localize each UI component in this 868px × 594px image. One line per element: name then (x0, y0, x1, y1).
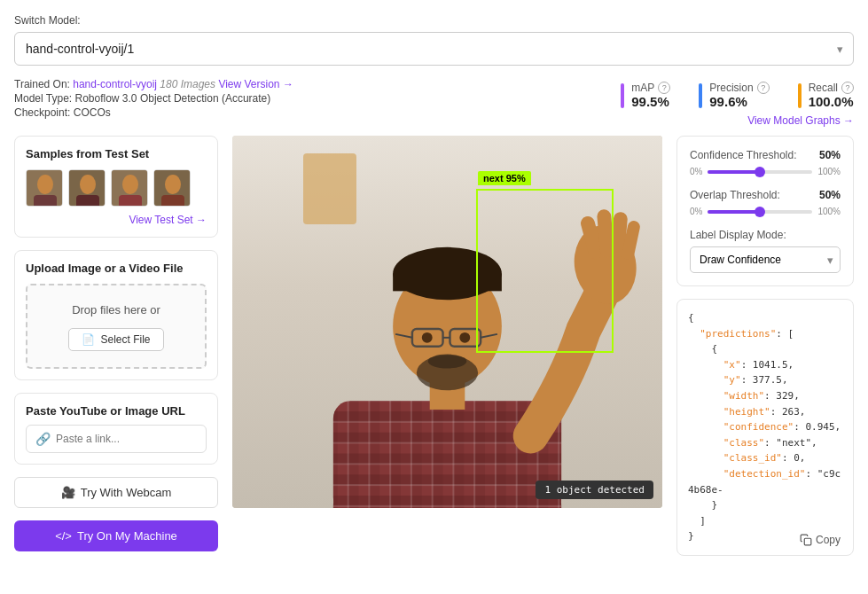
samples-card: Samples from Test Set View Test Se (14, 136, 218, 238)
json-output-card: { "predictions": [ { "x": 1041.5, "y": 3… (676, 299, 854, 556)
json-content: { "predictions": [ { "x": 1041.5, "y": 3… (688, 310, 842, 544)
image-placeholder: next 95% 1 object detected (232, 136, 662, 508)
model-select[interactable]: hand-control-vyoij/1 (14, 32, 854, 66)
model-type-value: Roboflow 3.0 Object Detection (Accurate) (75, 92, 271, 105)
test-samples-row (26, 169, 207, 207)
upload-title: Upload Image or a Video File (26, 262, 207, 275)
trained-on-label: Trained On: (14, 78, 70, 90)
right-panel: Confidence Threshold: 50% 0% 100% (676, 136, 854, 556)
map-label: mAP (631, 82, 654, 94)
machine-label: Try On My Machine (77, 529, 177, 543)
paste-url-card: Paste YouTube or Image URL 🔗 (14, 393, 218, 465)
samples-title: Samples from Test Set (26, 147, 207, 160)
overlap-min: 0% (690, 207, 702, 216)
paste-input-wrapper: 🔗 (26, 425, 207, 453)
checkpoint-label: Checkpoint: (14, 106, 70, 119)
paste-input[interactable] (56, 433, 197, 445)
confidence-min: 0% (690, 167, 702, 176)
view-version-link2[interactable]: View Version → (218, 78, 293, 90)
webcam-icon: 🎥 (61, 486, 75, 499)
machine-button[interactable]: </> Try On My Machine (14, 520, 218, 551)
precision-value: 99.6% (709, 94, 769, 109)
controls-card: Confidence Threshold: 50% 0% 100% (676, 136, 854, 286)
svg-rect-11 (161, 195, 184, 207)
precision-help-icon[interactable]: ? (757, 82, 770, 94)
recall-metric: Recall ? 100.0% (798, 82, 854, 109)
overlap-slider-row: 0% 100% (690, 207, 841, 216)
confidence-label: Confidence Threshold: (690, 149, 797, 161)
model-select-wrapper: hand-control-vyoij/1 ▾ (14, 32, 854, 66)
recall-bar (798, 83, 802, 108)
overlap-max: 100% (817, 207, 841, 216)
code-icon: </> (55, 529, 72, 543)
map-value: 99.5% (631, 94, 670, 109)
label-mode-select[interactable]: Draw Confidence Draw Label Draw None (690, 246, 841, 273)
file-icon: 📄 (82, 333, 95, 346)
overlap-control: Overlap Threshold: 50% 0% 100% (690, 189, 841, 216)
copy-icon (800, 534, 812, 546)
view-graphs-link[interactable]: View Model Graphs → (747, 114, 854, 127)
confidence-label-row: Confidence Threshold: 50% (690, 149, 841, 161)
svg-rect-2 (34, 195, 57, 207)
sample-image-1[interactable] (26, 169, 63, 207)
confidence-slider-row: 0% 100% (690, 167, 841, 176)
precision-metric: Precision ? 99.6% (699, 82, 769, 109)
svg-point-24 (428, 355, 467, 369)
svg-point-30 (422, 332, 433, 343)
view-test-link[interactable]: View Test Set → (26, 214, 207, 226)
label-mode-select-wrapper: Draw Confidence Draw Label Draw None (690, 246, 841, 273)
svg-rect-37 (804, 538, 811, 545)
center-panel: next 95% 1 object detected (232, 136, 662, 556)
main-layout: Samples from Test Set View Test Se (14, 136, 854, 556)
images-count: 180 Images (160, 78, 215, 90)
precision-bar (699, 83, 702, 108)
recall-help-icon[interactable]: ? (841, 82, 854, 94)
precision-label: Precision (709, 82, 753, 94)
webcam-button[interactable]: 🎥 Try With Webcam (14, 477, 218, 508)
svg-point-1 (37, 175, 53, 194)
overlap-label-row: Overlap Threshold: 50% (690, 189, 841, 201)
svg-rect-8 (119, 195, 142, 207)
svg-rect-5 (76, 195, 99, 207)
drop-text: Drop files here or (38, 301, 194, 319)
image-display: next 95% 1 object detected (232, 136, 662, 508)
detection-box: next 95% (476, 189, 614, 353)
detection-label: next 95% (478, 171, 531, 185)
confidence-slider[interactable] (708, 170, 812, 174)
overlap-slider[interactable] (708, 210, 812, 214)
copy-label: Copy (816, 534, 841, 546)
overlap-value: 50% (819, 189, 841, 201)
sample-image-4[interactable] (153, 169, 191, 207)
svg-point-4 (80, 175, 96, 194)
trained-on-link[interactable]: hand-control-vyoij (73, 78, 157, 90)
sample-image-2[interactable] (68, 169, 106, 207)
detected-badge: 1 object detected (536, 481, 653, 499)
switch-model-label: Switch Model: (14, 14, 854, 27)
label-mode-control: Label Display Mode: Draw Confidence Draw… (690, 229, 841, 273)
link-icon: 🔗 (35, 432, 51, 446)
svg-point-31 (459, 332, 470, 343)
map-help-icon[interactable]: ? (658, 82, 670, 94)
upload-dropzone[interactable]: Drop files here or 📄 Select File (26, 284, 207, 369)
paste-title: Paste YouTube or Image URL (26, 404, 207, 418)
confidence-value: 50% (819, 149, 841, 161)
confidence-control: Confidence Threshold: 50% 0% 100% (690, 149, 841, 176)
recall-value: 100.0% (809, 94, 854, 109)
sample-image-3[interactable] (111, 169, 148, 207)
confidence-max: 100% (817, 167, 841, 176)
model-info-left: Trained On: hand-control-vyoij 180 Image… (14, 78, 621, 121)
left-panel: Samples from Test Set View Test Se (14, 136, 218, 556)
svg-point-10 (165, 175, 181, 194)
model-info-row: Trained On: hand-control-vyoij 180 Image… (14, 78, 854, 127)
recall-label: Recall (809, 82, 838, 94)
select-file-button[interactable]: 📄 Select File (68, 328, 163, 351)
map-metric: mAP ? 99.5% (621, 82, 670, 109)
metrics-row: mAP ? 99.5% Precision ? (621, 78, 854, 109)
copy-button[interactable]: Copy (794, 532, 846, 548)
map-bar (621, 83, 624, 108)
select-file-label: Select File (100, 333, 150, 346)
svg-point-7 (122, 175, 138, 194)
label-mode-label: Label Display Mode: (690, 229, 841, 241)
model-type-label: Model Type: (14, 92, 72, 105)
model-type-line: Model Type: Roboflow 3.0 Object Detectio… (14, 92, 621, 105)
